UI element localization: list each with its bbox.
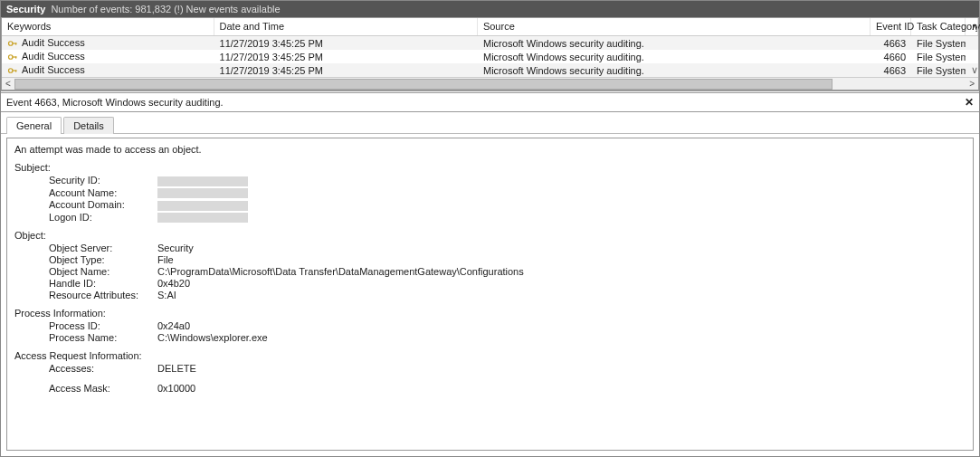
subject-accountname-key: Account Name: (49, 187, 157, 199)
cell-taskcat: File System (911, 38, 966, 49)
events-grid: Keywords Date and Time Source Event ID T… (1, 17, 979, 90)
cell-datetime: 11/27/2019 3:45:25 PM (214, 52, 478, 62)
titlebar-subtitle: Number of events: 981,832 (!) New events… (51, 4, 280, 14)
object-type-key: Object Type: (49, 254, 157, 265)
cell-eventid: 4663 (871, 65, 911, 76)
cell-eventid: 4663 (871, 38, 911, 49)
object-handleid-value: 0x4b20 (157, 278, 190, 289)
access-mask-value: 0x10000 (157, 383, 195, 394)
detail-body: An attempt was made to access an object.… (6, 138, 974, 451)
access-mask-key: Access Mask: (49, 383, 157, 394)
scroll-right-icon[interactable]: > (966, 79, 978, 89)
col-header-datetime[interactable]: Date and Time (214, 18, 478, 35)
cell-source: Microsoft Windows security auditing. (478, 52, 871, 62)
svg-rect-5 (15, 56, 16, 58)
grid-header: Keywords Date and Time Source Event ID T… (2, 18, 978, 36)
table-row[interactable]: Audit Success11/27/2019 3:45:25 PMMicros… (2, 50, 978, 63)
process-name-value: C:\Windows\explorer.exe (157, 332, 268, 343)
subject-logonid-value-redacted (157, 213, 248, 223)
col-header-eventid[interactable]: Event ID (871, 18, 911, 35)
subject-securityid-key: Security ID: (49, 175, 157, 186)
object-name-value: C:\ProgramData\Microsoft\Data Transfer\D… (157, 266, 524, 277)
object-resattr-value: S:AI (157, 290, 176, 300)
access-accesses-key: Accesses: (49, 363, 157, 374)
horizontal-scrollbar[interactable]: < > (2, 77, 978, 90)
detail-message: An attempt was made to access an object. (14, 144, 966, 155)
process-id-key: Process ID: (49, 320, 157, 331)
svg-rect-2 (15, 43, 16, 44)
process-id-value: 0x24a0 (157, 320, 190, 331)
cell-keywords: Audit Success (2, 64, 214, 76)
cell-taskcat: File System (911, 65, 966, 76)
col-header-source[interactable]: Source (478, 18, 871, 35)
subject-accountdomain-key: Account Domain: (49, 199, 157, 211)
col-header-taskcategory[interactable]: Task Category (911, 18, 966, 35)
object-type-value: File (157, 254, 174, 265)
subject-logonid-key: Logon ID: (49, 212, 157, 224)
col-header-keywords[interactable]: Keywords (2, 18, 214, 35)
section-object: Object: (14, 230, 966, 241)
object-handleid-key: Handle ID: (49, 278, 157, 289)
cell-source: Microsoft Windows security auditing. (478, 38, 871, 49)
table-row[interactable]: Audit Success11/27/2019 3:45:25 PMMicros… (2, 36, 978, 50)
close-icon[interactable]: ✕ (965, 96, 974, 109)
access-accesses-value: DELETE (157, 363, 196, 374)
scroll-left-icon[interactable]: < (2, 79, 14, 89)
section-subject: Subject: (14, 162, 966, 173)
subject-accountname-value-redacted (157, 188, 248, 198)
cell-datetime: 11/27/2019 3:45:25 PM (214, 38, 478, 49)
tab-details[interactable]: Details (63, 117, 114, 134)
process-name-key: Process Name: (49, 332, 157, 343)
scrollbar-thumb[interactable] (14, 79, 833, 90)
cell-keywords: Audit Success (2, 51, 214, 62)
titlebar-title: Security (6, 4, 45, 14)
object-name-key: Object Name: (49, 266, 157, 277)
detail-header-title: Event 4663, Microsoft Windows security a… (6, 97, 224, 108)
scroll-up-icon[interactable]: ∧ (966, 18, 978, 35)
scrollbar-track[interactable] (14, 78, 966, 90)
cell-eventid: 4660 (871, 52, 911, 62)
detail-header-bar: Event 4663, Microsoft Windows security a… (1, 90, 979, 112)
svg-rect-8 (15, 70, 16, 71)
titlebar: Security Number of events: 981,832 (!) N… (1, 1, 979, 17)
object-server-value: Security (157, 243, 194, 253)
row-scroll-hint: ∨ (966, 64, 978, 76)
cell-keywords: Audit Success (2, 37, 214, 49)
object-server-key: Object Server: (49, 243, 157, 253)
cell-datetime: 11/27/2019 3:45:25 PM (214, 65, 478, 76)
tab-general[interactable]: General (6, 117, 62, 134)
detail-tabs: General Details (1, 112, 979, 134)
subject-securityid-value-redacted (157, 176, 248, 186)
section-access: Access Request Information: (14, 350, 966, 361)
subject-accountdomain-value-redacted (157, 201, 248, 211)
section-process: Process Information: (14, 308, 966, 319)
cell-taskcat: File System (911, 52, 966, 62)
cell-source: Microsoft Windows security auditing. (478, 65, 871, 76)
object-resattr-key: Resource Attributes: (49, 290, 157, 300)
table-row[interactable]: Audit Success11/27/2019 3:45:25 PMMicros… (2, 63, 978, 77)
